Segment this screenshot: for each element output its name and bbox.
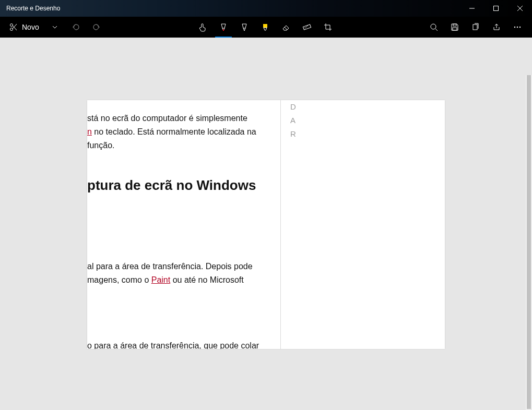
maximize-button[interactable] <box>484 0 508 17</box>
zoom-icon <box>430 23 438 31</box>
vertical-scrollbar[interactable] <box>526 75 532 410</box>
highlighter-button[interactable] <box>255 17 276 38</box>
snip-icon <box>9 23 18 31</box>
share-icon <box>492 23 501 31</box>
touch-writing-button[interactable] <box>192 17 213 38</box>
crop-button[interactable] <box>317 17 338 38</box>
paint-link: Paint <box>151 275 170 284</box>
pencil-icon <box>240 22 249 32</box>
chevron-down-icon <box>52 24 58 30</box>
crop-icon <box>323 22 333 32</box>
heading-text: ptura de ecrã no Windows <box>87 178 280 192</box>
copy-button[interactable] <box>465 17 486 38</box>
svg-point-2 <box>10 28 13 31</box>
new-dropdown-button[interactable] <box>44 17 65 38</box>
text-line: o para a área de transferência, que pode… <box>87 339 280 349</box>
svg-point-10 <box>517 27 518 28</box>
more-icon <box>513 23 522 31</box>
ruler-icon <box>302 22 312 32</box>
canvas-area[interactable]: stá no ecrã do computador é simplesmente… <box>0 38 532 410</box>
scroll-thumb[interactable] <box>527 75 531 409</box>
minimize-icon <box>469 6 475 11</box>
share-button[interactable] <box>486 17 507 38</box>
sidebar-char: A <box>290 114 445 127</box>
eraser-icon <box>281 22 291 32</box>
redo-icon <box>92 23 101 31</box>
text-line: função. <box>87 139 280 152</box>
zoom-button[interactable] <box>423 17 444 38</box>
svg-point-9 <box>514 27 515 28</box>
svg-rect-8 <box>473 25 477 30</box>
svg-rect-3 <box>263 24 267 28</box>
sidebar-char: R <box>290 127 445 141</box>
ballpoint-pen-icon <box>219 22 228 32</box>
text-line: stá no ecrã do computador é simplesmente <box>87 112 280 125</box>
pencil-button[interactable] <box>234 17 255 38</box>
svg-rect-4 <box>303 25 311 30</box>
svg-point-11 <box>519 27 521 28</box>
copy-icon <box>471 23 480 31</box>
save-icon <box>451 23 459 31</box>
svg-point-5 <box>431 24 436 29</box>
eraser-button[interactable] <box>276 17 297 38</box>
minimize-button[interactable] <box>460 0 484 17</box>
toolbar: Novo <box>0 17 532 38</box>
maximize-icon <box>493 6 499 11</box>
save-button[interactable] <box>444 17 465 38</box>
close-icon <box>517 6 523 11</box>
touch-icon <box>198 22 207 32</box>
svg-rect-7 <box>453 28 457 30</box>
link-fragment: n <box>87 127 92 136</box>
svg-rect-6 <box>453 24 456 26</box>
text-line: al para a área de transferência. Depois … <box>87 260 280 273</box>
new-button[interactable]: Novo <box>4 17 44 38</box>
app-title: Recorte e Desenho <box>0 5 60 12</box>
text-line: magens, como o Paint ou até no Microsoft <box>87 273 280 287</box>
undo-button[interactable] <box>65 17 86 38</box>
text-line: n no teclado. Está normalmente localizad… <box>87 125 280 139</box>
ruler-button[interactable] <box>297 17 317 38</box>
sidebar-char: D <box>290 100 445 114</box>
snip-sidebar: D A R <box>280 100 445 349</box>
captured-snip: stá no ecrã do computador é simplesmente… <box>87 100 445 349</box>
highlighter-icon <box>261 22 270 32</box>
new-button-label: Novo <box>22 23 39 31</box>
ballpoint-pen-button[interactable] <box>213 17 234 38</box>
undo-icon <box>72 23 80 31</box>
redo-button[interactable] <box>86 17 107 38</box>
more-button[interactable] <box>507 17 528 38</box>
window-controls <box>460 0 532 17</box>
titlebar: Recorte e Desenho <box>0 0 532 17</box>
close-button[interactable] <box>508 0 532 17</box>
snip-text-content: stá no ecrã do computador é simplesmente… <box>87 100 280 349</box>
svg-point-1 <box>10 24 13 27</box>
svg-rect-0 <box>494 6 499 11</box>
